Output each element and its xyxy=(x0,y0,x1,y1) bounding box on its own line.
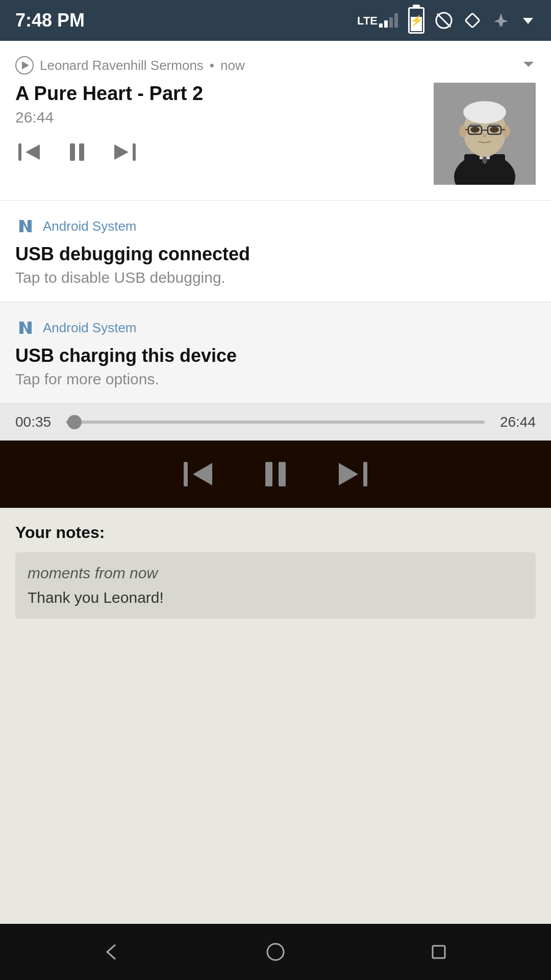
svg-point-27 xyxy=(267,944,284,960)
svg-rect-28 xyxy=(433,946,445,958)
android-notif-app-2: Android System xyxy=(43,320,137,336)
pause-button[interactable] xyxy=(63,138,91,166)
usb-charge-body: Tap for more options. xyxy=(15,371,536,388)
nav-home-button[interactable] xyxy=(264,941,287,963)
note-line-1: moments from now xyxy=(28,565,523,582)
notes-label: Your notes: xyxy=(15,523,536,542)
signal-bars xyxy=(379,13,398,28)
album-art xyxy=(434,83,536,185)
usb-charge-title: USB charging this device xyxy=(15,345,536,366)
big-prev-button[interactable] xyxy=(180,456,216,493)
bottom-nav xyxy=(0,924,551,980)
play-icon-small xyxy=(15,56,34,75)
notes-section: Your notes: moments from now Thank you L… xyxy=(0,508,551,924)
svg-rect-23 xyxy=(184,462,188,486)
svg-point-15 xyxy=(502,125,510,137)
prev-button[interactable] xyxy=(15,138,43,166)
progress-bar[interactable] xyxy=(66,421,485,424)
status-bar: 7:48 PM LTE ⚡ xyxy=(0,0,551,41)
nav-recents-button[interactable] xyxy=(428,941,450,963)
note-line-2: Thank you Leonard! xyxy=(28,589,523,606)
android-notif-header-1: Android System xyxy=(15,216,536,236)
battery-icon: ⚡ xyxy=(408,7,424,34)
svg-rect-4 xyxy=(70,143,75,161)
music-notification[interactable]: Leonard Ravenhill Sermons • now A Pure H… xyxy=(0,41,551,201)
svg-rect-5 xyxy=(79,143,84,161)
svg-rect-6 xyxy=(133,143,136,161)
svg-point-22 xyxy=(490,127,499,133)
usb-debug-title: USB debugging connected xyxy=(15,243,536,265)
expand-icon[interactable] xyxy=(520,13,536,28)
svg-point-14 xyxy=(459,125,467,137)
airplane-icon xyxy=(492,11,510,30)
notif-time: now xyxy=(220,58,245,74)
notif-header: Leonard Ravenhill Sermons • now xyxy=(15,56,536,75)
big-pause-button[interactable] xyxy=(257,456,294,493)
svg-rect-25 xyxy=(279,462,286,486)
notif-app-name: Leonard Ravenhill Sermons xyxy=(40,58,204,74)
rotate-icon xyxy=(463,11,482,30)
android-notif-header-2: Android System xyxy=(15,317,536,338)
notif-expand-icon[interactable] xyxy=(521,57,536,75)
android-logo-icon-1 xyxy=(15,216,36,236)
music-time: 26:44 xyxy=(15,109,434,126)
android-logo-icon-2 xyxy=(15,317,36,338)
progress-section[interactable]: 00:35 26:44 xyxy=(0,404,551,440)
notes-box[interactable]: moments from now Thank you Leonard! xyxy=(15,552,536,619)
progress-dot xyxy=(67,415,82,429)
music-controls xyxy=(15,138,434,166)
progress-current-time: 00:35 xyxy=(15,414,56,430)
progress-total-time: 26:44 xyxy=(495,414,536,430)
music-title: A Pure Heart - Part 2 xyxy=(15,83,434,105)
usb-debug-body: Tap to disable USB debugging. xyxy=(15,269,536,286)
status-time: 7:48 PM xyxy=(15,10,85,31)
svg-rect-26 xyxy=(363,462,367,486)
usb-debug-notification[interactable]: Android System USB debugging connected T… xyxy=(0,201,551,302)
next-button[interactable] xyxy=(111,138,139,166)
big-next-button[interactable] xyxy=(335,456,371,493)
svg-rect-3 xyxy=(18,143,21,161)
notification-panel: Leonard Ravenhill Sermons • now A Pure H… xyxy=(0,41,551,924)
nav-back-button[interactable] xyxy=(101,941,123,963)
status-icons: LTE ⚡ xyxy=(357,7,536,34)
svg-line-1 xyxy=(437,14,450,27)
svg-point-13 xyxy=(463,101,506,124)
svg-point-21 xyxy=(470,127,480,133)
dnd-icon xyxy=(435,11,453,30)
svg-rect-24 xyxy=(265,462,272,486)
android-notif-app-1: Android System xyxy=(43,218,137,234)
music-info: A Pure Heart - Part 2 26:44 xyxy=(15,83,434,166)
usb-charge-notification[interactable]: Android System USB charging this device … xyxy=(0,302,551,404)
svg-rect-2 xyxy=(465,13,480,28)
lte-signal-icon: LTE xyxy=(357,13,398,28)
music-content: A Pure Heart - Part 2 26:44 xyxy=(15,83,536,185)
big-controls xyxy=(0,440,551,508)
